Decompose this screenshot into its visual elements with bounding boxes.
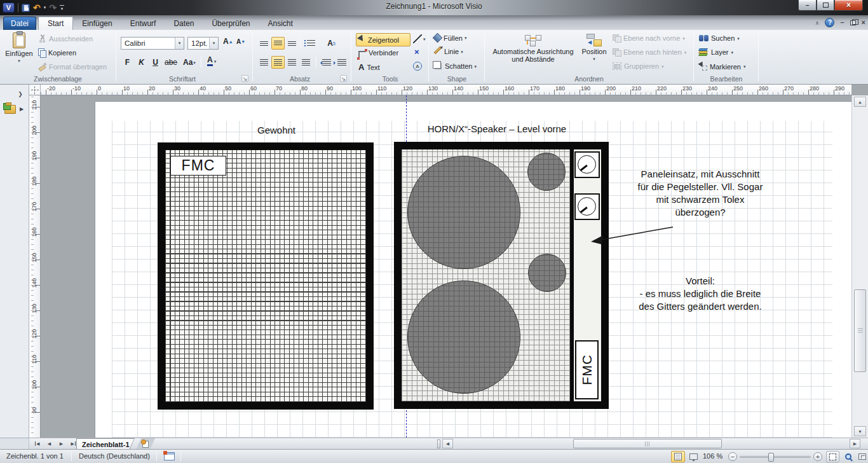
shrink-font-button[interactable]: A▼	[236, 38, 245, 45]
fit-page-button[interactable]	[826, 451, 839, 462]
speaker-driver-large-top[interactable]	[407, 156, 520, 269]
paragraph-dialog-launcher[interactable]: ↘	[340, 75, 347, 82]
drawing-title-right[interactable]: HORN/X“-Speaker – Level vorne	[417, 123, 577, 134]
font-size-dropdown[interactable]: ▾	[209, 38, 218, 49]
paste-button[interactable]: Einfügen ▾	[5, 32, 33, 63]
tab-einfügen[interactable]: Einfügen	[73, 17, 121, 30]
decrease-indent-button[interactable]	[320, 56, 333, 69]
increase-indent-button[interactable]	[335, 56, 348, 69]
horizontal-scroll-thumb[interactable]	[573, 439, 722, 448]
font-family-combo[interactable]: Calibri▾	[121, 37, 184, 50]
tab-datei[interactable]: Datei	[3, 17, 36, 30]
character-spacing-button[interactable]: A5	[325, 37, 338, 50]
textblock-tool-button[interactable]: A	[413, 62, 422, 71]
scroll-up-button[interactable]: ▲	[854, 97, 866, 107]
tab-überprüfen[interactable]: Überprüfen	[203, 17, 259, 30]
doc-close-icon[interactable]: ×	[862, 19, 865, 26]
expand-shapes-panel-button[interactable]: ❯	[16, 90, 25, 99]
annotation-panel-text[interactable]: Paneleinsatz, mit Ausschnittfür die Pege…	[611, 168, 789, 219]
font-dialog-launcher[interactable]: ↘	[241, 75, 248, 82]
position-button[interactable]: ◀ Position ▾	[580, 34, 609, 61]
align-right-button[interactable]	[285, 56, 299, 69]
sheet-tab[interactable]: Zeichenblatt-1	[76, 438, 135, 450]
doc-minimize-icon[interactable]: –	[840, 19, 844, 26]
text-tool-button[interactable]: A Text	[358, 62, 380, 72]
layer-button[interactable]: Layer▾	[699, 48, 733, 56]
font-size-combo[interactable]: 12pt.▾	[187, 37, 219, 50]
strikethrough-button[interactable]: abe	[163, 56, 179, 69]
doc-restore-icon[interactable]	[850, 20, 856, 25]
bullets-button[interactable]	[304, 37, 318, 50]
tab-start[interactable]: Start	[38, 17, 73, 30]
change-case-button[interactable]: Aa▾	[183, 58, 196, 67]
line-tool-button[interactable]: ▾	[413, 34, 426, 43]
zoom-out-button[interactable]: −	[728, 452, 737, 461]
maximize-button[interactable]	[817, 0, 834, 11]
close-button[interactable]: ×	[834, 0, 863, 11]
minimize-button[interactable]: –	[798, 0, 817, 11]
first-page-button[interactable]: ◀	[32, 439, 43, 448]
font-color-button[interactable]: A ▾	[207, 56, 216, 66]
speaker-box-right[interactable]: FMC	[394, 142, 609, 409]
align-center-button[interactable]	[271, 56, 285, 69]
fmc-badge-left[interactable]: FMC	[170, 156, 226, 176]
language-indicator[interactable]: Deutsch (Deutschland)	[79, 452, 150, 460]
zoom-slider[interactable]	[740, 456, 811, 458]
scroll-right-button[interactable]: ▶	[850, 439, 860, 448]
scroll-left-button[interactable]: ◀	[442, 439, 453, 448]
fill-button[interactable]: Füllen▾	[433, 34, 466, 42]
tab-ansicht[interactable]: Ansicht	[259, 17, 301, 30]
next-page-button[interactable]: ▶	[56, 439, 67, 448]
align-top-button[interactable]	[257, 37, 271, 50]
underline-button[interactable]: U	[149, 56, 162, 69]
vertical-scroll-thumb[interactable]	[854, 289, 866, 372]
scroll-down-button[interactable]: ▼	[854, 426, 866, 436]
annotation-advantage-text[interactable]: Vorteil:- es muss lediglich die Breitede…	[611, 275, 789, 313]
fmc-badge-right[interactable]: FMC	[575, 340, 599, 399]
help-icon[interactable]: ?	[825, 18, 834, 27]
zoom-slider-handle[interactable]	[768, 453, 774, 462]
auto-align-button[interactable]: Automatische Ausrichtung und Abstände	[488, 34, 578, 63]
macro-window-icon[interactable]	[164, 452, 175, 460]
more-shapes-arrow-icon[interactable]: ▶	[20, 106, 24, 112]
switch-windows-button[interactable]	[855, 451, 868, 462]
drawing-canvas[interactable]: Gewohnt HORN/X“-Speaker – Level vorne FM…	[41, 95, 851, 438]
connector-tool-button[interactable]: Verbinder	[358, 48, 398, 57]
font-family-dropdown[interactable]: ▾	[175, 38, 184, 49]
normal-view-button[interactable]	[671, 451, 685, 462]
grow-font-button[interactable]: A▲	[223, 37, 233, 46]
speaker-driver-small-middle[interactable]	[528, 254, 566, 292]
collapse-ribbon-icon[interactable]: ∧	[815, 20, 820, 26]
tab-daten[interactable]: Daten	[165, 17, 203, 30]
drawing-title-left[interactable]: Gewohnt	[231, 125, 322, 135]
line-style-button[interactable]: Linie▾	[433, 48, 463, 55]
level-knob-bottom[interactable]	[574, 193, 600, 220]
pointer-tool-button[interactable]: Zeigertool	[356, 33, 410, 46]
zoom-level[interactable]: 106 %	[703, 452, 722, 460]
zoom-window-button[interactable]	[841, 451, 855, 462]
level-knob-top[interactable]	[574, 151, 600, 178]
more-shapes-icon[interactable]	[4, 105, 16, 114]
bold-button[interactable]: F	[121, 56, 134, 69]
select-button[interactable]: Markieren▾	[699, 62, 745, 71]
align-middle-button[interactable]	[271, 37, 285, 50]
vertical-scrollbar[interactable]: ▲ ▼	[851, 95, 868, 438]
justify-button[interactable]	[299, 56, 313, 69]
speaker-driver-small-top[interactable]	[527, 153, 566, 191]
page-indicator[interactable]: Zeichenbl. 1 von 1	[6, 452, 64, 460]
align-left-button[interactable]	[257, 56, 271, 69]
previous-page-button[interactable]: ◀	[44, 439, 55, 448]
copy-button[interactable]: Kopieren	[38, 48, 76, 57]
italic-button[interactable]: K	[135, 56, 148, 69]
find-button[interactable]: Suchen▾	[699, 34, 740, 42]
tab-entwurf[interactable]: Entwurf	[121, 17, 165, 30]
speaker-driver-large-bottom[interactable]	[407, 280, 520, 394]
fullscreen-view-button[interactable]	[686, 451, 700, 462]
shadow-button[interactable]: Schatten▾	[433, 62, 477, 71]
insert-page-tab[interactable]	[136, 438, 155, 450]
align-bottom-button[interactable]	[285, 37, 299, 50]
pane-splitter-handle[interactable]	[437, 439, 440, 448]
zoom-in-button[interactable]: +	[813, 452, 822, 461]
speaker-box-left[interactable]: FMC	[158, 142, 374, 410]
connection-point-tool-button[interactable]: ×	[414, 47, 419, 57]
